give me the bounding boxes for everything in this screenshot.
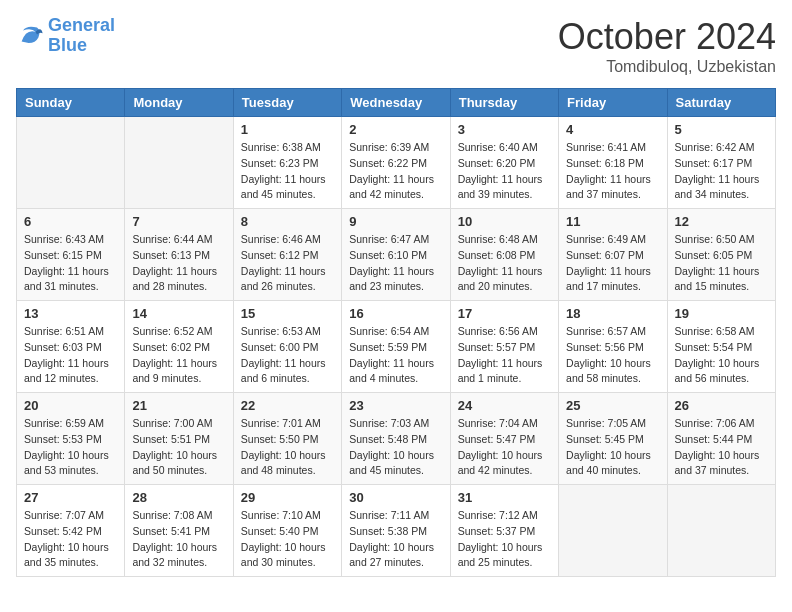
day-number: 6 xyxy=(24,214,117,229)
day-number: 4 xyxy=(566,122,659,137)
weekday-header-saturday: Saturday xyxy=(667,89,775,117)
day-number: 22 xyxy=(241,398,334,413)
calendar-cell: 20Sunrise: 6:59 AMSunset: 5:53 PMDayligh… xyxy=(17,393,125,485)
day-number: 12 xyxy=(675,214,768,229)
calendar-cell: 2Sunrise: 6:39 AMSunset: 6:22 PMDaylight… xyxy=(342,117,450,209)
calendar-cell: 21Sunrise: 7:00 AMSunset: 5:51 PMDayligh… xyxy=(125,393,233,485)
calendar-cell: 15Sunrise: 6:53 AMSunset: 6:00 PMDayligh… xyxy=(233,301,341,393)
calendar-cell: 31Sunrise: 7:12 AMSunset: 5:37 PMDayligh… xyxy=(450,485,558,577)
day-info: Sunrise: 7:10 AMSunset: 5:40 PMDaylight:… xyxy=(241,508,334,571)
day-info: Sunrise: 7:11 AMSunset: 5:38 PMDaylight:… xyxy=(349,508,442,571)
day-number: 28 xyxy=(132,490,225,505)
calendar-cell: 5Sunrise: 6:42 AMSunset: 6:17 PMDaylight… xyxy=(667,117,775,209)
day-number: 13 xyxy=(24,306,117,321)
day-number: 1 xyxy=(241,122,334,137)
logo-blue: Blue xyxy=(48,36,115,56)
calendar-cell: 3Sunrise: 6:40 AMSunset: 6:20 PMDaylight… xyxy=(450,117,558,209)
day-info: Sunrise: 6:51 AMSunset: 6:03 PMDaylight:… xyxy=(24,324,117,387)
calendar-cell: 18Sunrise: 6:57 AMSunset: 5:56 PMDayligh… xyxy=(559,301,667,393)
calendar-cell xyxy=(17,117,125,209)
calendar-table: SundayMondayTuesdayWednesdayThursdayFrid… xyxy=(16,88,776,577)
day-info: Sunrise: 7:05 AMSunset: 5:45 PMDaylight:… xyxy=(566,416,659,479)
calendar-cell: 8Sunrise: 6:46 AMSunset: 6:12 PMDaylight… xyxy=(233,209,341,301)
weekday-header-sunday: Sunday xyxy=(17,89,125,117)
day-number: 11 xyxy=(566,214,659,229)
calendar-week-3: 13Sunrise: 6:51 AMSunset: 6:03 PMDayligh… xyxy=(17,301,776,393)
month-title: October 2024 xyxy=(558,16,776,58)
day-info: Sunrise: 6:52 AMSunset: 6:02 PMDaylight:… xyxy=(132,324,225,387)
day-number: 10 xyxy=(458,214,551,229)
day-number: 29 xyxy=(241,490,334,505)
calendar-cell: 11Sunrise: 6:49 AMSunset: 6:07 PMDayligh… xyxy=(559,209,667,301)
day-number: 3 xyxy=(458,122,551,137)
day-info: Sunrise: 6:46 AMSunset: 6:12 PMDaylight:… xyxy=(241,232,334,295)
weekday-header-wednesday: Wednesday xyxy=(342,89,450,117)
calendar-cell xyxy=(125,117,233,209)
calendar-cell: 4Sunrise: 6:41 AMSunset: 6:18 PMDaylight… xyxy=(559,117,667,209)
day-number: 26 xyxy=(675,398,768,413)
calendar-cell: 12Sunrise: 6:50 AMSunset: 6:05 PMDayligh… xyxy=(667,209,775,301)
logo-icon xyxy=(16,22,44,50)
day-info: Sunrise: 6:49 AMSunset: 6:07 PMDaylight:… xyxy=(566,232,659,295)
day-number: 15 xyxy=(241,306,334,321)
day-info: Sunrise: 6:58 AMSunset: 5:54 PMDaylight:… xyxy=(675,324,768,387)
weekday-header-thursday: Thursday xyxy=(450,89,558,117)
location: Tomdibuloq, Uzbekistan xyxy=(558,58,776,76)
title-block: October 2024 Tomdibuloq, Uzbekistan xyxy=(558,16,776,76)
logo: General Blue xyxy=(16,16,115,56)
day-info: Sunrise: 6:42 AMSunset: 6:17 PMDaylight:… xyxy=(675,140,768,203)
calendar-cell: 19Sunrise: 6:58 AMSunset: 5:54 PMDayligh… xyxy=(667,301,775,393)
day-info: Sunrise: 6:57 AMSunset: 5:56 PMDaylight:… xyxy=(566,324,659,387)
day-number: 23 xyxy=(349,398,442,413)
day-number: 7 xyxy=(132,214,225,229)
day-info: Sunrise: 7:06 AMSunset: 5:44 PMDaylight:… xyxy=(675,416,768,479)
day-number: 18 xyxy=(566,306,659,321)
calendar-cell: 9Sunrise: 6:47 AMSunset: 6:10 PMDaylight… xyxy=(342,209,450,301)
day-number: 19 xyxy=(675,306,768,321)
calendar-cell: 14Sunrise: 6:52 AMSunset: 6:02 PMDayligh… xyxy=(125,301,233,393)
day-info: Sunrise: 6:53 AMSunset: 6:00 PMDaylight:… xyxy=(241,324,334,387)
day-info: Sunrise: 6:54 AMSunset: 5:59 PMDaylight:… xyxy=(349,324,442,387)
day-number: 20 xyxy=(24,398,117,413)
weekday-header-row: SundayMondayTuesdayWednesdayThursdayFrid… xyxy=(17,89,776,117)
calendar-cell: 30Sunrise: 7:11 AMSunset: 5:38 PMDayligh… xyxy=(342,485,450,577)
calendar-week-1: 1Sunrise: 6:38 AMSunset: 6:23 PMDaylight… xyxy=(17,117,776,209)
day-info: Sunrise: 6:44 AMSunset: 6:13 PMDaylight:… xyxy=(132,232,225,295)
calendar-cell: 26Sunrise: 7:06 AMSunset: 5:44 PMDayligh… xyxy=(667,393,775,485)
calendar-week-2: 6Sunrise: 6:43 AMSunset: 6:15 PMDaylight… xyxy=(17,209,776,301)
day-info: Sunrise: 7:00 AMSunset: 5:51 PMDaylight:… xyxy=(132,416,225,479)
day-info: Sunrise: 6:56 AMSunset: 5:57 PMDaylight:… xyxy=(458,324,551,387)
weekday-header-monday: Monday xyxy=(125,89,233,117)
day-info: Sunrise: 6:39 AMSunset: 6:22 PMDaylight:… xyxy=(349,140,442,203)
day-info: Sunrise: 6:38 AMSunset: 6:23 PMDaylight:… xyxy=(241,140,334,203)
calendar-cell: 17Sunrise: 6:56 AMSunset: 5:57 PMDayligh… xyxy=(450,301,558,393)
day-number: 30 xyxy=(349,490,442,505)
weekday-header-friday: Friday xyxy=(559,89,667,117)
day-info: Sunrise: 6:43 AMSunset: 6:15 PMDaylight:… xyxy=(24,232,117,295)
calendar-week-5: 27Sunrise: 7:07 AMSunset: 5:42 PMDayligh… xyxy=(17,485,776,577)
day-info: Sunrise: 6:48 AMSunset: 6:08 PMDaylight:… xyxy=(458,232,551,295)
day-info: Sunrise: 6:59 AMSunset: 5:53 PMDaylight:… xyxy=(24,416,117,479)
day-info: Sunrise: 7:07 AMSunset: 5:42 PMDaylight:… xyxy=(24,508,117,571)
calendar-cell: 27Sunrise: 7:07 AMSunset: 5:42 PMDayligh… xyxy=(17,485,125,577)
day-number: 8 xyxy=(241,214,334,229)
calendar-cell: 28Sunrise: 7:08 AMSunset: 5:41 PMDayligh… xyxy=(125,485,233,577)
day-info: Sunrise: 7:01 AMSunset: 5:50 PMDaylight:… xyxy=(241,416,334,479)
day-info: Sunrise: 6:47 AMSunset: 6:10 PMDaylight:… xyxy=(349,232,442,295)
logo-text: General Blue xyxy=(48,16,115,56)
day-info: Sunrise: 6:41 AMSunset: 6:18 PMDaylight:… xyxy=(566,140,659,203)
day-number: 21 xyxy=(132,398,225,413)
calendar-cell: 1Sunrise: 6:38 AMSunset: 6:23 PMDaylight… xyxy=(233,117,341,209)
day-number: 14 xyxy=(132,306,225,321)
calendar-cell: 23Sunrise: 7:03 AMSunset: 5:48 PMDayligh… xyxy=(342,393,450,485)
calendar-cell: 25Sunrise: 7:05 AMSunset: 5:45 PMDayligh… xyxy=(559,393,667,485)
day-number: 17 xyxy=(458,306,551,321)
day-number: 5 xyxy=(675,122,768,137)
day-info: Sunrise: 7:03 AMSunset: 5:48 PMDaylight:… xyxy=(349,416,442,479)
logo-general: General xyxy=(48,15,115,35)
day-number: 27 xyxy=(24,490,117,505)
calendar-cell: 13Sunrise: 6:51 AMSunset: 6:03 PMDayligh… xyxy=(17,301,125,393)
day-number: 24 xyxy=(458,398,551,413)
day-info: Sunrise: 6:50 AMSunset: 6:05 PMDaylight:… xyxy=(675,232,768,295)
page-header: General Blue October 2024 Tomdibuloq, Uz… xyxy=(16,16,776,76)
